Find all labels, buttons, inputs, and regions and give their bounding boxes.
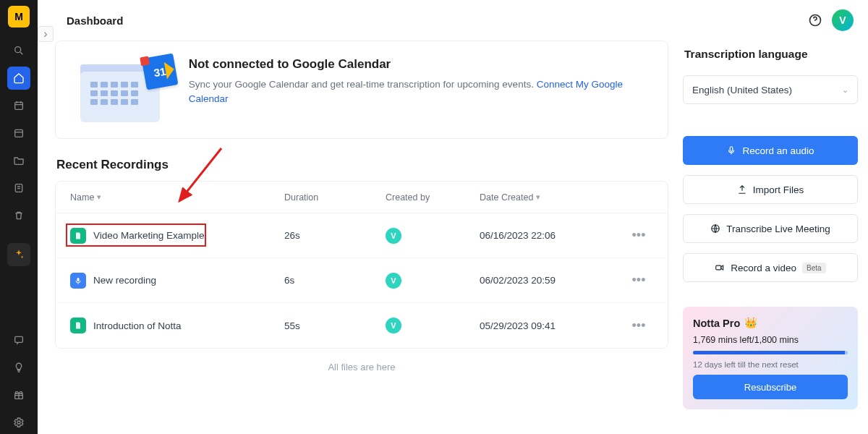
svg-rect-12 (716, 265, 721, 270)
home-icon[interactable] (7, 67, 30, 90)
language-value: English (United States) (692, 85, 792, 95)
table-row[interactable]: Video Marketing Example 26s V 06/16/2023… (56, 213, 668, 258)
sparkle-icon[interactable] (7, 243, 30, 266)
chevron-down-icon: ⌄ (842, 85, 848, 95)
annotation-highlight (66, 224, 206, 247)
calendar-banner: 31 Not connected to Google Calendar Sync… (55, 41, 668, 139)
banner-desc: Sync your Google Calendar and get real-t… (189, 77, 650, 107)
svg-rect-10 (731, 147, 733, 151)
recording-duration: 26s (284, 230, 386, 241)
pro-mins: 1,769 mins left/1,800 mins (693, 335, 848, 345)
chevron-down-icon: ▾ (536, 192, 540, 202)
lightbulb-icon[interactable] (7, 356, 30, 379)
table-row[interactable]: New recording 6s V 06/02/2023 20:59 ••• (56, 258, 668, 303)
mic-icon (726, 145, 736, 156)
pro-title: Notta Pro (693, 318, 740, 329)
collapse-sidebar-button[interactable]: › (38, 26, 54, 42)
gift-icon[interactable] (7, 383, 30, 407)
recording-duration: 6s (284, 275, 386, 286)
table-footer: All files are here (55, 349, 668, 386)
recording-name: New recording (93, 275, 156, 286)
search-icon[interactable] (7, 39, 30, 62)
crown-icon: 👑 (744, 317, 757, 329)
calendar-icon[interactable] (7, 122, 30, 145)
recording-duration: 55s (284, 320, 386, 331)
annotation-arrow (171, 145, 221, 195)
more-icon[interactable]: ••• (624, 273, 653, 288)
recent-recordings-title: Recent Recordings (55, 158, 668, 172)
recording-name: Introduction of Notta (93, 320, 182, 331)
video-icon (715, 263, 725, 273)
creator-badge: V (386, 273, 401, 289)
usage-bar (693, 351, 848, 354)
creator-badge: V (386, 228, 401, 244)
more-icon[interactable]: ••• (624, 318, 653, 333)
svg-rect-4 (15, 336, 23, 342)
topbar: Dashboard V (55, 0, 868, 41)
transcribe-live-button[interactable]: Transcribe Live Meeting (683, 214, 858, 243)
creator-badge: V (386, 318, 401, 333)
import-files-button[interactable]: Import Files (683, 175, 858, 204)
notes-icon[interactable] (7, 176, 30, 200)
svg-rect-9 (77, 278, 80, 281)
beta-badge: Beta (802, 263, 826, 273)
recording-date: 05/29/2023 09:41 (480, 320, 624, 331)
globe-icon (710, 224, 720, 234)
folder-icon[interactable] (7, 149, 30, 172)
avatar[interactable]: V (832, 9, 854, 31)
google-calendar-icon: 31 (141, 54, 178, 90)
resubscribe-button[interactable]: Resubscribe (693, 375, 848, 399)
file-mic-icon (70, 273, 86, 289)
pro-card: Notta Pro👑 1,769 mins left/1,800 mins 12… (683, 307, 858, 409)
calendar-illustration: 31 (73, 57, 171, 122)
main: Dashboard V 31 Not connected to Google C… (38, 0, 868, 434)
lang-title: Transcription language (684, 48, 858, 61)
svg-line-8 (179, 148, 221, 201)
sidebar: M (0, 0, 38, 434)
svg-point-0 (15, 47, 21, 53)
chat-icon[interactable] (7, 328, 30, 352)
trash-icon[interactable] (7, 204, 30, 227)
record-audio-button[interactable]: Record an audio (683, 136, 858, 165)
chevron-right-icon: › (43, 27, 47, 41)
banner-title: Not connected to Google Calendar (189, 57, 650, 72)
recordings-table: Name▾ Duration Created by Date Created▾ … (55, 181, 668, 349)
right-panel: Transcription language English (United S… (683, 41, 858, 434)
col-duration: Duration (284, 192, 386, 203)
upload-icon (737, 184, 747, 195)
gear-icon[interactable] (7, 411, 30, 434)
col-created-by: Created by (386, 192, 480, 203)
schedule-icon[interactable] (7, 94, 30, 117)
brand-logo: M (8, 6, 30, 27)
file-audio-icon (70, 318, 86, 333)
help-icon[interactable] (807, 12, 823, 28)
recording-date: 06/02/2023 20:59 (480, 275, 624, 286)
pro-days: 12 days left till the next reset (693, 360, 848, 369)
record-video-button[interactable]: Record a video Beta (683, 253, 858, 282)
page-title: Dashboard (67, 14, 123, 27)
svg-point-6 (17, 421, 20, 424)
table-row[interactable]: Introduction of Notta 55s V 05/29/2023 0… (56, 303, 668, 348)
svg-rect-1 (15, 102, 23, 109)
col-date[interactable]: Date Created▾ (480, 192, 624, 203)
more-icon[interactable]: ••• (624, 228, 653, 243)
recording-date: 06/16/2023 22:06 (480, 230, 624, 241)
svg-rect-2 (15, 129, 23, 137)
chevron-down-icon: ▾ (97, 192, 101, 202)
language-select[interactable]: English (United States) ⌄ (683, 75, 858, 104)
